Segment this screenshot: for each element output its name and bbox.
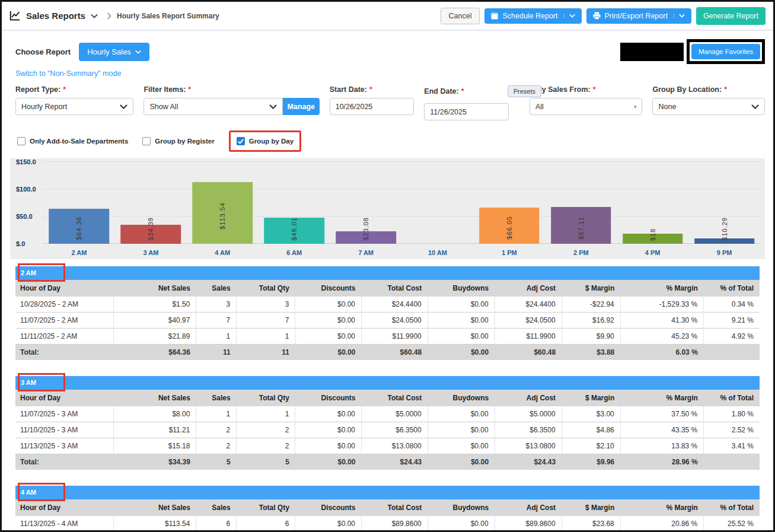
table-cell: $0.00 xyxy=(295,406,362,422)
column-header: Total Qty xyxy=(237,280,295,297)
chart-slot-9-pm: $10.299 PM xyxy=(688,162,760,244)
table-header-row: Hour of DayNet SalesSalesTotal QtyDiscou… xyxy=(15,390,760,406)
table-cell: 0.34 % xyxy=(704,297,760,313)
column-header: Discounts xyxy=(295,280,362,297)
table-row: 10/28/2025 - 2 AM$1.5033$0.00$24.4400$0.… xyxy=(15,297,760,313)
checkbox-group-by-day[interactable]: Group by Day xyxy=(229,130,301,152)
required-asterisk: * xyxy=(63,85,66,94)
table-cell: 1 xyxy=(196,406,237,422)
manage-favorites-button[interactable]: Manage Favorites xyxy=(691,44,760,59)
filters-row: Report Type:* Hourly Report Filter Items… xyxy=(2,78,773,120)
checkbox-box[interactable] xyxy=(17,137,25,145)
generate-report-button[interactable]: Generate Report xyxy=(696,7,766,25)
cancel-button[interactable]: Cancel xyxy=(441,8,480,24)
column-header: $ Margin xyxy=(562,499,620,516)
hourly-sales-table: Hour of DayNet SalesSalesTotal QtyDiscou… xyxy=(15,390,760,470)
table-cell: $0.00 xyxy=(428,406,495,422)
report-selector-button[interactable]: Hourly Sales xyxy=(79,43,149,61)
table-cell: 1.80 % xyxy=(704,406,760,422)
start-date-value: 10/26/2025 xyxy=(336,103,373,111)
schedule-report-button[interactable]: Schedule Report xyxy=(484,8,581,24)
checkbox-only-add-to-sale-departments[interactable]: Only Add-to-Sale Departments xyxy=(17,137,128,145)
table-row: 11/07/2025 - 3 AM$8.0011$0.00$5.0000$0.0… xyxy=(15,406,760,422)
table-cell: 11/07/2025 - 3 AM xyxy=(15,406,114,422)
report-selector-value: Hourly Sales xyxy=(87,47,131,56)
bar-value-label: $66.05 xyxy=(506,216,513,240)
group-header-bar: 4 AM xyxy=(15,486,760,499)
checkbox-label: Only Add-to-Sale Departments xyxy=(30,138,128,145)
checkbox-box[interactable] xyxy=(237,137,245,145)
bar-value-label: $23.08 xyxy=(362,217,369,241)
total-cell: 28.96 % xyxy=(620,454,704,470)
x-tick-label: 10 AM xyxy=(402,249,474,256)
hour-group-section-4-am: 4 AMHour of DayNet SalesSalesTotal QtyDi… xyxy=(15,486,760,532)
column-header: Total Cost xyxy=(362,280,428,297)
table-cell: 4.92 % xyxy=(704,329,760,345)
table-cell: 2 xyxy=(237,422,295,438)
hour-group-section-3-am: 3 AMHour of DayNet SalesSalesTotal QtyDi… xyxy=(15,376,760,470)
start-date-label: Start Date:* xyxy=(330,85,414,94)
column-header: Net Sales xyxy=(114,499,196,516)
column-header: $ Margin xyxy=(562,390,620,406)
chevron-down-icon xyxy=(269,104,277,109)
table-cell: $11.9900 xyxy=(495,329,562,345)
total-cell: 5 xyxy=(237,454,295,470)
only-sales-from-label: Only Sales From:* xyxy=(530,85,643,94)
chart-slot-1-pm: $66.051 PM xyxy=(473,162,545,244)
group-label: 2 AM xyxy=(21,269,36,276)
table-cell: 11/13/2025 - 4 AM xyxy=(15,516,114,532)
switch-mode-link[interactable]: Switch to "Non-Summary" mode xyxy=(15,69,121,78)
column-header: Sales xyxy=(196,390,237,406)
manage-filter-items-button[interactable]: Manage xyxy=(283,98,320,115)
table-cell: $89.8600 xyxy=(362,516,428,532)
table-row: 11/13/2025 - 4 AM$113.5466$0.00$89.8600$… xyxy=(15,516,760,532)
filter-items-select[interactable]: Show All xyxy=(143,98,282,115)
total-cell: $0.00 xyxy=(428,345,495,361)
breadcrumb: Hourly Sales Report Summary xyxy=(117,12,219,20)
report-type-label: Report Type:* xyxy=(15,85,133,94)
table-cell: 1 xyxy=(237,406,295,422)
checkbox-box[interactable] xyxy=(142,137,151,145)
checkbox-group-by-register[interactable]: Group by Register xyxy=(142,137,214,145)
column-header: % of Total xyxy=(704,280,760,297)
required-asterisk: * xyxy=(461,87,464,95)
column-header: % of Total xyxy=(704,390,760,406)
end-date-input[interactable]: 11/26/2025 xyxy=(424,103,509,120)
table-cell: $5.0000 xyxy=(362,406,428,422)
print-export-button[interactable]: Print/Export Report xyxy=(586,8,691,24)
column-header: % Margin xyxy=(620,499,704,516)
table-cell: $0.00 xyxy=(295,329,362,345)
report-type-select[interactable]: Hourly Report xyxy=(15,98,133,115)
table-header-row: Hour of DayNet SalesSalesTotal QtyDiscou… xyxy=(15,280,760,297)
only-sales-from-select[interactable]: All ▾ xyxy=(530,98,643,115)
table-cell: $0.00 xyxy=(295,297,362,313)
table-cell: $2.10 xyxy=(562,438,620,454)
table-cell: 7 xyxy=(196,313,237,329)
bar-value-label: $34.39 xyxy=(147,217,154,241)
hourly-sales-chart: $150.0$100.0$50.0$.0 $64.362 AM$34.393 A… xyxy=(10,158,765,259)
chart-slot-7-am: $23.087 AM xyxy=(330,162,402,244)
table-cell: 2 xyxy=(196,438,237,454)
chevron-down-icon[interactable] xyxy=(91,14,98,18)
required-asterisk: * xyxy=(369,85,372,94)
group-by-location-select[interactable]: None xyxy=(652,98,765,115)
chevron-down-icon[interactable] xyxy=(564,14,575,18)
hourly-sales-table: Hour of DayNet SalesSalesTotal QtyDiscou… xyxy=(15,280,760,360)
checkbox-row: Only Add-to-Sale DepartmentsGroup by Reg… xyxy=(17,130,773,152)
start-date-input[interactable]: 10/26/2025 xyxy=(330,98,414,115)
x-tick-label: 2 PM xyxy=(545,249,617,256)
column-header: Sales xyxy=(196,499,237,516)
presets-button[interactable]: Presets xyxy=(508,85,541,97)
schedule-report-label: Schedule Report xyxy=(502,12,557,20)
total-cell xyxy=(704,454,760,470)
table-cell: 43.35 % xyxy=(620,422,704,438)
table-cell: 20.86 % xyxy=(620,516,704,532)
table-cell: $0.00 xyxy=(428,297,495,313)
chevron-down-icon[interactable] xyxy=(674,14,685,18)
column-header: Total Qty xyxy=(237,499,295,516)
table-cell: $89.8600 xyxy=(495,516,562,532)
table-cell: 9.21 % xyxy=(704,313,760,329)
total-cell: 11 xyxy=(237,345,295,361)
end-date-value: 11/26/2025 xyxy=(430,108,467,116)
tables-container: 2 AMHour of DayNet SalesSalesTotal QtyDi… xyxy=(2,259,773,532)
